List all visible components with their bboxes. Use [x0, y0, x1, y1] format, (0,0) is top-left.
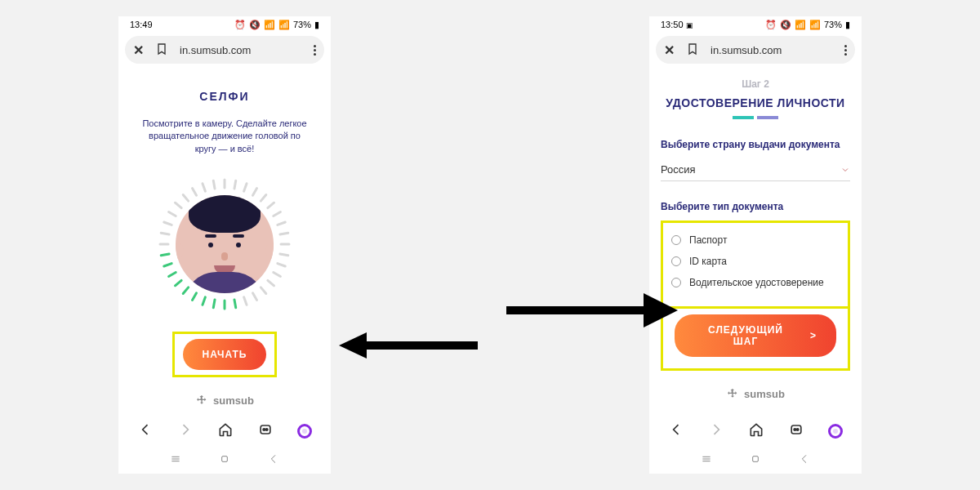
svg-line-13	[169, 212, 176, 216]
doctype-option-label: ID карта	[689, 256, 727, 267]
svg-line-15	[183, 195, 188, 202]
url-text: in.sumsub.com	[180, 44, 302, 56]
selfie-avatar-ring	[155, 175, 294, 314]
sys-home-icon[interactable]	[749, 452, 762, 469]
svg-line-4	[183, 287, 188, 294]
browser-bottom-nav	[125, 416, 324, 446]
country-section-label: Выберите страну выдачи документа	[661, 139, 850, 150]
sumsub-icon	[726, 387, 739, 400]
doctype-option-label: Паспорт	[689, 234, 727, 246]
sumsub-icon	[195, 394, 208, 407]
svg-point-45	[797, 429, 800, 431]
next-button-label: СЛЕДУЮЩИЙ ШАГ	[694, 324, 797, 347]
battery-icon: ▮	[314, 20, 319, 30]
svg-line-12	[164, 222, 172, 225]
browser-bottom-nav	[656, 416, 855, 446]
brand-text: sumsub	[213, 394, 254, 407]
sys-recent-icon[interactable]	[169, 452, 182, 469]
svg-line-18	[213, 180, 215, 189]
chevron-down-icon	[840, 165, 850, 175]
status-bar: 13:49 ⏰ 🔇 📶 📶 73% ▮	[118, 16, 331, 33]
sys-home-icon[interactable]	[218, 452, 231, 469]
highlight-doctype-box: Паспорт ID карта Водительское удостовере…	[661, 220, 850, 309]
selfie-title: СЕЛФИ	[199, 90, 249, 103]
wifi-icon: 📶	[264, 20, 275, 30]
system-nav-bar	[649, 449, 862, 474]
status-icons: ⏰ 🔇 📶 📶 73% ▮	[765, 20, 850, 30]
browser-address-bar[interactable]: ✕ in.sumsub.com	[656, 36, 855, 64]
svg-line-25	[274, 212, 281, 216]
svg-line-6	[203, 297, 205, 305]
start-button[interactable]: НАЧАТЬ	[183, 339, 267, 370]
svg-line-20	[234, 180, 236, 189]
alarm-icon: ⏰	[765, 20, 777, 30]
nav-home-icon[interactable]	[748, 421, 764, 441]
alarm-icon: ⏰	[234, 20, 246, 30]
nav-home-icon[interactable]	[217, 421, 234, 441]
nav-forward-icon[interactable]	[177, 421, 194, 441]
close-icon[interactable]: ✕	[133, 42, 144, 58]
brand-logo: sumsub	[195, 394, 254, 407]
doctype-option-driver[interactable]: Водительское удостоверение	[671, 272, 840, 293]
status-time: 13:49	[130, 20, 153, 29]
annotation-arrow-left	[339, 329, 478, 362]
next-step-button[interactable]: СЛЕДУЮЩИЙ ШАГ >	[675, 314, 836, 357]
svg-line-5	[193, 293, 197, 301]
status-bar: 13:50 ▣ ⏰ 🔇 📶 📶 73% ▮	[649, 16, 862, 33]
svg-line-29	[280, 254, 288, 256]
selfie-screen: СЕЛФИ Посмотрите в камеру. Сделайте легк…	[118, 64, 331, 416]
radio-icon	[671, 235, 681, 245]
kebab-menu-icon[interactable]	[314, 45, 316, 56]
nav-assistant-icon[interactable]	[828, 424, 843, 439]
nav-assistant-icon[interactable]	[297, 424, 312, 439]
radio-icon	[671, 256, 681, 266]
arrow-right-icon: >	[810, 330, 817, 341]
svg-line-32	[268, 281, 274, 286]
svg-line-11	[161, 233, 169, 234]
svg-line-31	[274, 273, 281, 277]
country-select[interactable]: Россия	[661, 158, 850, 181]
svg-line-1	[164, 264, 172, 266]
svg-line-9	[234, 300, 236, 308]
bookmark-icon[interactable]	[155, 42, 168, 58]
svg-line-33	[261, 287, 265, 294]
svg-point-37	[263, 429, 265, 431]
kebab-menu-icon[interactable]	[844, 45, 847, 56]
nav-tabs-icon[interactable]	[788, 421, 804, 441]
nav-forward-icon[interactable]	[708, 421, 724, 441]
identity-title: УДОСТОВЕРЕНИЕ ЛИЧНОСТИ	[666, 96, 844, 109]
sys-back-icon[interactable]	[267, 452, 280, 469]
start-button-label: НАЧАТЬ	[203, 349, 247, 360]
wifi-icon: 📶	[795, 20, 806, 30]
svg-line-30	[278, 264, 285, 266]
svg-line-22	[253, 189, 257, 196]
svg-rect-42	[222, 457, 228, 462]
browser-address-bar[interactable]: ✕ in.sumsub.com	[125, 36, 324, 64]
nav-back-icon[interactable]	[668, 421, 684, 441]
highlight-next-button: СЛЕДУЮЩИЙ ШАГ >	[661, 306, 850, 371]
radio-icon	[671, 278, 681, 287]
phone-screenshot-selfie: 13:49 ⏰ 🔇 📶 📶 73% ▮ ✕ in.sumsub.com СЕЛФ…	[118, 16, 331, 474]
sys-recent-icon[interactable]	[700, 452, 713, 469]
nav-tabs-icon[interactable]	[257, 421, 274, 441]
signal-icon: 📶	[809, 20, 821, 30]
svg-line-26	[278, 222, 285, 225]
doctype-option-passport[interactable]: Паспорт	[671, 229, 840, 251]
doctype-section-label: Выберите тип документа	[661, 201, 850, 212]
status-icons: ⏰ 🔇 📶 📶 73% ▮	[234, 20, 319, 30]
system-nav-bar	[118, 449, 331, 474]
bookmark-icon[interactable]	[686, 42, 699, 58]
close-icon[interactable]: ✕	[664, 42, 675, 58]
annotation-arrow-right	[506, 290, 678, 331]
nav-back-icon[interactable]	[137, 421, 154, 441]
doctype-option-idcard[interactable]: ID карта	[671, 251, 840, 272]
svg-rect-49	[753, 457, 759, 462]
svg-line-16	[193, 189, 197, 196]
status-time: 13:50 ▣	[661, 20, 693, 29]
sys-back-icon[interactable]	[798, 452, 811, 469]
url-text: in.sumsub.com	[710, 44, 833, 56]
selfie-instructions: Посмотрите в камеру. Сделайте легкое вра…	[130, 118, 319, 155]
progress-indicator	[733, 116, 778, 119]
svg-line-23	[261, 195, 265, 202]
doctype-option-label: Водительское удостоверение	[689, 277, 824, 288]
